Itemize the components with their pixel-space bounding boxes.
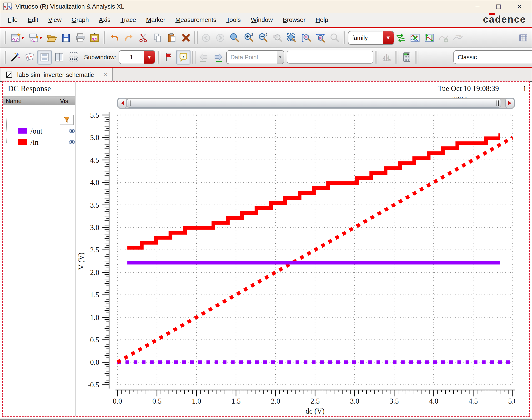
- x-tick-label: 4.0: [429, 397, 438, 405]
- visibility-eye-icon[interactable]: [68, 138, 76, 146]
- legend-column-divider[interactable]: [58, 96, 58, 105]
- new-subwindow-icon: [29, 33, 39, 43]
- zoom-out-2x-button[interactable]: 2: [257, 31, 270, 45]
- y-tick-label: 4.0: [90, 178, 99, 187]
- maximize-button[interactable]: □: [488, 0, 509, 13]
- tab-title: lab5 sim_inverter schematic: [17, 71, 94, 79]
- snapshot-button[interactable]: [88, 31, 101, 45]
- style-combo[interactable]: Classic ▼: [453, 50, 532, 64]
- combo-dropdown-icon[interactable]: ▾: [277, 51, 284, 64]
- copy-button[interactable]: [151, 31, 164, 45]
- cards-icon: [25, 52, 35, 62]
- info-button[interactable]: i: [176, 50, 191, 64]
- new-window-button[interactable]: ▾: [9, 31, 26, 45]
- minimize-button[interactable]: –: [467, 0, 488, 13]
- value-input[interactable]: [287, 51, 373, 64]
- menu-graph[interactable]: Graph: [67, 16, 94, 24]
- x-tick-label: 0.5: [152, 397, 162, 405]
- scroll-right-button[interactable]: [505, 98, 514, 108]
- delete-icon: [181, 33, 191, 43]
- flag-button[interactable]: [162, 50, 175, 64]
- new-subwindow-button[interactable]: ▾: [27, 31, 44, 45]
- menu-trace[interactable]: Trace: [116, 16, 141, 24]
- y-tick-label: 3.0: [90, 223, 99, 232]
- zoom-selection-button[interactable]: [285, 31, 298, 45]
- thumb-grip-right[interactable]: [497, 101, 499, 106]
- undo-button[interactable]: [108, 31, 121, 45]
- y-tick-label: 3.5: [90, 201, 99, 209]
- menu-window[interactable]: Window: [246, 16, 278, 24]
- y-tick-label: 5.5: [90, 111, 99, 119]
- subwindow-combo[interactable]: 1 ▼: [119, 50, 155, 64]
- cut-button[interactable]: [137, 31, 150, 45]
- save-icon: [61, 33, 71, 43]
- swap-sweeps-button[interactable]: [394, 31, 408, 45]
- add-curve-icon: [438, 33, 449, 43]
- save-button[interactable]: [59, 31, 73, 45]
- datapoint-combo[interactable]: Data Point ▾: [226, 50, 284, 64]
- table-button[interactable]: [517, 31, 530, 45]
- menu-measurements[interactable]: Measurements: [170, 16, 221, 24]
- menu-browser[interactable]: Browser: [278, 16, 311, 24]
- tab-dc-response[interactable]: lab5 sim_inverter schematic ×: [0, 68, 113, 81]
- zoom-off-button: [328, 31, 341, 45]
- swap-traces-button[interactable]: [408, 31, 422, 45]
- flip-y-icon: [424, 33, 435, 43]
- menu-view[interactable]: View: [43, 16, 67, 24]
- next-button[interactable]: [212, 50, 225, 64]
- toolbar-handle[interactable]: [4, 31, 7, 44]
- menu-tools[interactable]: Tools: [221, 16, 246, 24]
- panel-splitter[interactable]: [75, 82, 76, 416]
- plot-horizontal-scrollbar[interactable]: [117, 98, 515, 109]
- x-tick-label: 1.0: [192, 397, 201, 405]
- layout-vertical-button[interactable]: [53, 50, 66, 64]
- legend-row[interactable]: /out: [10, 126, 83, 136]
- calculator-icon: [401, 52, 412, 62]
- dropdown-arrow-icon[interactable]: ▾: [40, 35, 42, 41]
- menu-axis[interactable]: Axis: [94, 16, 116, 24]
- plot-canvas[interactable]: -0.50.00.51.01.52.02.53.03.54.04.55.05.5…: [76, 110, 515, 417]
- menu-file[interactable]: File: [3, 16, 23, 24]
- wand-icon: [10, 52, 21, 62]
- trace-color-swatch[interactable]: [18, 128, 27, 134]
- trace-color-swatch[interactable]: [18, 139, 27, 145]
- zoom-fit-button[interactable]: [228, 31, 241, 45]
- close-button[interactable]: ×: [509, 0, 530, 13]
- combo-dropdown-icon[interactable]: ▼: [383, 31, 394, 44]
- menu-help[interactable]: Help: [311, 16, 333, 24]
- scrollbar-thumb[interactable]: [127, 99, 501, 108]
- scroll-left-button[interactable]: [118, 98, 127, 108]
- wand-button[interactable]: [9, 50, 22, 64]
- layout-grid-button[interactable]: [67, 50, 80, 64]
- menu-marker[interactable]: Marker: [141, 16, 170, 24]
- thumb-grip-left[interactable]: [129, 101, 131, 106]
- delete-button[interactable]: [179, 31, 193, 45]
- paste-button[interactable]: [165, 31, 178, 45]
- x-tick-label: 2.0: [271, 397, 280, 405]
- dc-response-chart[interactable]: -0.50.00.51.01.52.02.53.03.54.04.55.05.5…: [76, 110, 515, 417]
- y-axis-title: V (V): [77, 252, 85, 270]
- zoom-x-button[interactable]: [314, 31, 327, 45]
- trace-name: /out: [30, 127, 42, 135]
- flip-y-button[interactable]: [423, 31, 436, 45]
- cards-button[interactable]: [23, 50, 36, 64]
- family-mode-combo[interactable]: family ▼: [348, 31, 394, 45]
- dropdown-arrow-icon[interactable]: ▾: [21, 35, 24, 41]
- legend-row[interactable]: /in: [10, 137, 83, 147]
- layout-horizontal-button[interactable]: [37, 50, 52, 64]
- forward-icon: [215, 33, 226, 43]
- toolbar-handle[interactable]: [4, 51, 7, 64]
- legend-filter-button[interactable]: [60, 115, 74, 125]
- combo-dropdown-icon[interactable]: ▼: [144, 51, 155, 64]
- calculator-button[interactable]: [400, 50, 413, 64]
- redo-button[interactable]: [122, 31, 136, 45]
- menu-edit[interactable]: Edit: [23, 16, 43, 24]
- open-button[interactable]: [45, 31, 58, 45]
- print-button[interactable]: [74, 31, 87, 45]
- visibility-eye-icon[interactable]: [68, 127, 76, 135]
- zoom-y-button[interactable]: [299, 31, 313, 45]
- legend-name-header: Name: [6, 98, 22, 105]
- zoom-in-2x-button[interactable]: 2: [242, 31, 256, 45]
- tab-close-icon[interactable]: ×: [98, 71, 108, 79]
- x-tick-label: 3.5: [390, 397, 399, 405]
